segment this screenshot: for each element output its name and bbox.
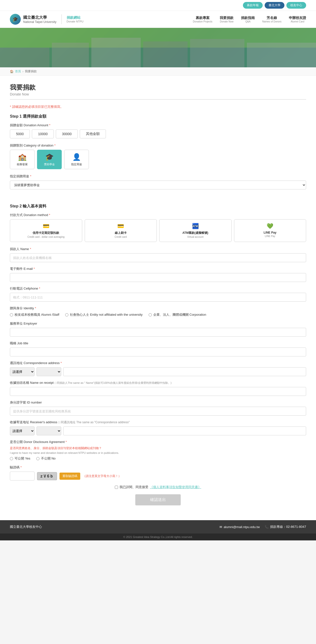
amount-btn-10000[interactable]: 10000	[32, 130, 54, 138]
employer-field-label: 服務單位 Employer	[10, 322, 306, 326]
address-field-label: 通訊地址 Correspondence address *	[10, 361, 306, 365]
id-number-input[interactable]	[10, 407, 306, 416]
category-cards: 🏫 校務發展 🎓 獎助學金 👤 指定用途	[10, 150, 306, 169]
captcha-input[interactable]	[10, 472, 35, 480]
captcha-refresh-btn[interactable]: 重取驗證碼	[60, 472, 80, 480]
nav-donation-projects[interactable]: 募款專案 Donation Projects	[193, 16, 212, 23]
payment-credit-recurring[interactable]: 💳 信用卡定期定額扣款 Credit card - dollar cost av…	[10, 219, 82, 242]
payment-atm[interactable]: 🏧 ATM匯款(虛擬帳號) Virtual account	[159, 219, 232, 242]
alumni-center-btn[interactable]: 校友中心	[286, 2, 306, 9]
breadcrumb: 🏠 首頁 › 我要捐款	[10, 69, 306, 74]
payment-icon-0: 💳	[12, 223, 80, 230]
identity-radio-public-input[interactable]	[65, 313, 68, 316]
payment-icon-2: 🏧	[161, 223, 229, 230]
phone-group: 行動電話 Cellphone *	[10, 286, 306, 302]
nav-alumni-card[interactable]: 申辦校友證 Alumni Card	[289, 16, 306, 23]
designated-group: 指定捐贈用途 * 深耕重夢獎助學金 校務發展基金 獎助學金 其他	[10, 174, 306, 190]
email-icon: ✉	[219, 525, 222, 529]
disclosure-no-input[interactable]	[36, 457, 40, 460]
address-row: 請選擇	[10, 367, 306, 376]
captcha-group: 驗證碼 * zV6b 重取驗證碼 （請注意英文字母大小寫！）	[10, 465, 306, 480]
main-nav: 募款專案 Donation Projects 我要捐款 Donate Now 捐…	[193, 16, 306, 23]
disclosure-yes-input[interactable]	[10, 457, 13, 460]
category-school-dev[interactable]: 🏫 校務發展	[10, 150, 35, 169]
designated-select[interactable]: 深耕重夢獎助學金 校務發展基金 獎助學金 其他	[10, 180, 306, 190]
receiver-county-select[interactable]: 請選擇	[10, 426, 35, 435]
identity-radio-corp-input[interactable]	[149, 313, 152, 316]
footer-email: ✉ alumni@mail.ntpu.edu.tw	[219, 525, 260, 529]
id-number-group: 身分證字號 ID number	[10, 400, 306, 416]
identity-radio-alumni-input[interactable]	[10, 313, 13, 316]
receiver-district-select[interactable]	[37, 426, 61, 435]
receipt-name-input[interactable]	[10, 387, 306, 396]
amount-group: 捐贈金額 Donation Amount * 5000 10000 30000 …	[10, 123, 306, 138]
step1-label: Step 1	[10, 114, 22, 118]
address-group: 通訊地址 Correspondence address * 請選擇	[10, 361, 306, 376]
taipei-univ-btn[interactable]: 臺北大學	[265, 2, 284, 9]
id-field-label: 身分證字號 ID number	[10, 400, 306, 405]
identity-radio-alumni[interactable]: 校友或本校教職員 Alumni /Staff	[10, 312, 59, 317]
address-county-select[interactable]: 請選擇	[10, 367, 35, 376]
breadcrumb-bar: 🏠 首頁 › 我要捐款	[0, 67, 316, 76]
hero-image	[0, 28, 316, 67]
amount-required-star: *	[49, 123, 50, 127]
footer-contact: ✉ alumni@mail.ntpu.edu.tw 📞 捐款專線：02-8671…	[219, 524, 306, 529]
amount-btn-5000[interactable]: 5000	[10, 130, 30, 138]
disclosure-no[interactable]: 不公開 No	[36, 456, 56, 461]
nav-names-of-donors[interactable]: 芳名錄 Names of Donors	[262, 16, 281, 23]
address-district-select[interactable]	[37, 367, 61, 376]
captcha-row: zV6b 重取驗證碼 （請注意英文字母大小寫！）	[10, 472, 306, 480]
page-title-en: Donate Now	[10, 92, 306, 96]
payment-label: 付款方式 Donation method *	[10, 213, 306, 217]
submit-button[interactable]: 確認送出	[135, 494, 181, 506]
address-detail-input[interactable]	[63, 367, 306, 376]
disclosure-yes[interactable]: 可公開 Yes	[10, 456, 30, 461]
phone-input[interactable]	[10, 293, 306, 302]
category-group: 捐贈類別 Category of donation * 🏫 校務發展 🎓 獎助學…	[10, 143, 306, 169]
receiver-address-group: 收據寄送地址 Receiver's address □ 同通訊地址 The sa…	[10, 420, 306, 435]
payment-en-1: Credit card	[87, 236, 155, 238]
payment-credit-card[interactable]: 💳 線上刷卡 Credit card	[85, 219, 157, 242]
identity-group: 贈與身分 Identity * 校友或本校教職員 Alumni /Staff 社…	[10, 306, 306, 317]
payment-cards: 💳 信用卡定期定額扣款 Credit card - dollar cost av…	[10, 219, 306, 242]
payment-zh-2: ATM匯款(虛擬帳號)	[161, 231, 229, 235]
jobtitle-group: 職稱 Job title	[10, 341, 306, 356]
annual-report-btn[interactable]: 募款年報	[243, 2, 263, 9]
privacy-checkbox[interactable]	[115, 486, 118, 489]
amount-btn-other[interactable]: 其他金額	[80, 130, 106, 138]
amount-btn-30000[interactable]: 30000	[56, 130, 78, 138]
home-icon: 🏠	[10, 70, 14, 73]
receiver-detail-input[interactable]	[63, 426, 306, 435]
nav-zh-3: 芳名錄	[262, 16, 281, 20]
category-scholarship[interactable]: 🎓 獎助學金	[37, 150, 62, 169]
category-label-1: 獎助學金	[39, 162, 60, 166]
payment-linepay[interactable]: 💚 LINE Pay LINE Pay	[234, 219, 306, 242]
email-input[interactable]	[10, 273, 306, 282]
logo-icon: 🎓	[10, 14, 21, 25]
nav-zh-1: 我要捐款	[220, 16, 233, 20]
category-label-2: 指定用途	[66, 162, 87, 166]
identity-radio-public[interactable]: 社會熱心人士 Entity not affiliated with the un…	[65, 312, 143, 317]
breadcrumb-home[interactable]: 首頁	[15, 69, 21, 74]
logo-zh: 國立臺北大學	[23, 15, 57, 20]
jobtitle-input[interactable]	[10, 348, 306, 356]
nav-qa[interactable]: 捐款指南 Q&A	[241, 16, 255, 23]
category-icon-0: 🏫	[12, 153, 32, 161]
nav-donate-now[interactable]: 我要捐款 Donate Now	[220, 16, 233, 23]
identity-label-0: 校友或本校教職員 Alumni /Staff	[15, 312, 59, 317]
identity-radio-corp[interactable]: 企業、法人、團體或機關 Corporation	[149, 312, 206, 317]
name-input[interactable]	[10, 253, 306, 262]
privacy-link[interactable]: 《個人資料事項告知暨使用同意書》	[150, 485, 201, 489]
donate-en: Donate NTPU	[67, 20, 84, 23]
receiver-address-label: 收據寄送地址 Receiver's address □ 同通訊地址 The sa…	[10, 420, 306, 424]
category-designated[interactable]: 👤 指定用途	[64, 150, 89, 169]
breadcrumb-sep: ›	[23, 70, 24, 73]
category-label: 捐贈類別 Category of donation *	[10, 143, 306, 148]
captcha-hint: （請注意英文字母大小寫！）	[83, 474, 121, 478]
nav-en-2: Q&A	[241, 20, 255, 23]
name-group: 捐款人 Name *	[10, 247, 306, 262]
step1-text: 選擇捐款金額	[22, 114, 47, 118]
employer-input[interactable]	[10, 328, 306, 337]
privacy-row: 我已詳閱、同意接受 《個人資料事項告知暨使用同意書》	[10, 485, 306, 489]
disclosure-no-label: 不公開 No	[41, 456, 56, 461]
